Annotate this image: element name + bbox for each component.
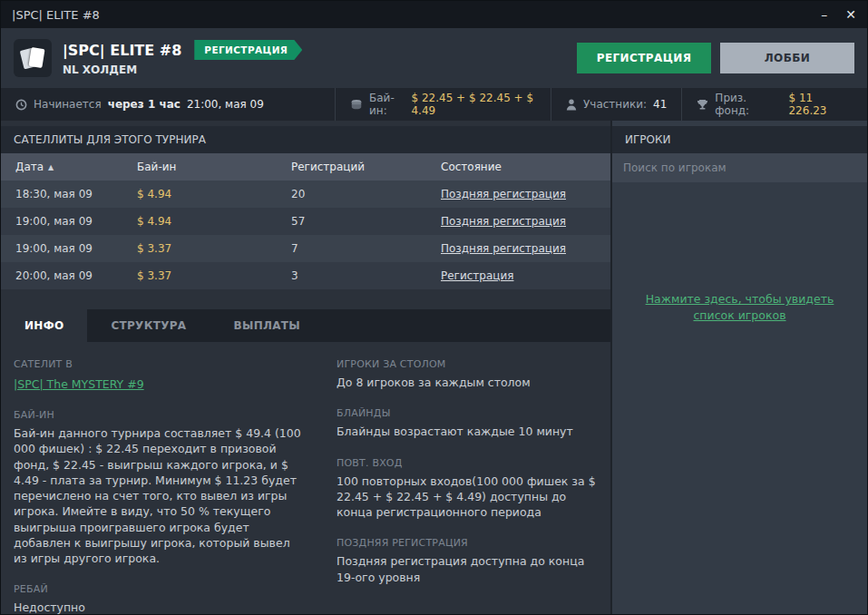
tournament-info-bar: Начинается через 1 час 21:00, мая 09 Бай… [1,88,867,121]
cell-registrations: 3 [291,269,441,282]
rebuy-text: Недоступно [14,600,306,615]
sort-asc-icon: ▲ [48,163,54,171]
state-link[interactable]: Поздняя регистрация [441,215,566,228]
window-title: |SPC| ELITE #8 [12,8,100,22]
state-link[interactable]: Регистрация [441,269,513,282]
start-datetime: 21:00, мая 09 [187,98,264,111]
late-registration-text: Поздняя регистрация доступна до конца 19… [336,553,598,585]
trophy-icon [697,99,708,111]
table-row[interactable]: 20:00, мая 09 $ 3.37 3 Регистрация [1,262,610,289]
table-row[interactable]: 19:00, мая 09 $ 3.37 7 Поздняя регистрац… [1,235,610,262]
rebuy-label: РЕБАЙ [14,583,306,595]
tab-info[interactable]: ИНФО [1,309,87,342]
buyin-segment: Бай-ин: $ 22.45 + $ 22.45 + $ 4.49 [335,88,551,121]
players-title: ИГРОКИ [625,133,670,146]
table-row[interactable]: 19:00, мая 09 $ 4.94 57 Поздняя регистра… [1,208,610,235]
minimize-button[interactable]: – [821,8,827,21]
prize-pool-label: Приз. фонд: [715,92,782,117]
reentry-text: 100 повторных входов(100 000 фишек за $ … [336,473,598,521]
cell-registrations: 20 [291,188,441,200]
header-text: |SPC| ELITE #8 РЕГИСТРАЦИЯ NL ХОЛДЕМ [63,40,302,76]
cell-registrations: 7 [291,242,441,255]
participants-label: Участники: [583,98,647,111]
satellite-target-link[interactable]: |SPC| The MYSTERY #9 [14,377,144,391]
satellites-table-header: Дата ▲ Бай-ин Регистраций Состояние [1,153,610,181]
players-list-area: Нажмите здесь, чтобы увидеть список игро… [612,182,867,615]
buyin-info-label: БАЙ-ИН [14,409,306,421]
start-time-segment: Начинается через 1 час 21:00, мая 09 [1,88,335,121]
registration-status-badge: РЕГИСТРАЦИЯ [194,40,302,60]
table-row[interactable]: 18:30, мая 09 $ 4.94 20 Поздняя регистра… [1,181,610,208]
cell-buyin: $ 3.37 [137,242,291,255]
tab-structure[interactable]: СТРУКТУРА [87,309,210,342]
card-front-shape [28,47,44,68]
info-tab-content: САТЕЛИТ В |SPC| The MYSTERY #9 БАЙ-ИН Ба… [1,342,610,615]
late-registration-label: ПОЗДНЯЯ РЕГИСТРАЦИЯ [336,537,598,549]
column-header-buyin[interactable]: Бай-ин [137,161,291,173]
register-button[interactable]: РЕГИСТРАЦИЯ [577,43,711,73]
cell-date: 19:00, мая 09 [1,242,137,255]
satellite-to-label: САТЕЛИТ В [14,358,306,370]
close-button[interactable]: ✕ [845,8,856,21]
cell-buyin: $ 3.37 [137,269,291,282]
window-controls: – ✕ [821,8,856,21]
cell-registrations: 57 [291,215,441,228]
lobby-button[interactable]: ЛОББИ [720,43,854,73]
player-search-box [612,153,867,182]
players-section-header: ИГРОКИ [612,126,867,153]
buyin-info-text: Бай-ин данного турнира составляет $ 49.4… [14,425,306,566]
chips-icon [350,99,363,111]
cards-icon [14,39,52,77]
state-link[interactable]: Поздняя регистрация [441,242,566,255]
clock-icon [15,99,27,111]
main-panel: САТЕЛЛИТЫ ДЛЯ ЭТОГО ТУРНИРА Дата ▲ Бай-и… [1,121,610,615]
content-area: САТЕЛЛИТЫ ДЛЯ ЭТОГО ТУРНИРА Дата ▲ Бай-и… [1,121,867,615]
game-type-label: NL ХОЛДЕМ [63,63,302,76]
satellites-section-header: САТЕЛЛИТЫ ДЛЯ ЭТОГО ТУРНИРА [1,126,610,153]
blinds-label: БЛАЙНДЫ [336,407,598,419]
starts-in-value: через 1 час [108,98,180,111]
buyin-label: Бай-ин: [369,92,405,117]
tournament-title: |SPC| ELITE #8 [63,42,181,59]
column-header-date[interactable]: Дата ▲ [1,161,137,173]
info-right-column: ИГРОКИ ЗА СТОЛОМ До 8 игроков за каждым … [336,358,598,615]
prize-pool-value: $ 11 226.23 [788,92,853,117]
column-header-state[interactable]: Состояние [441,161,610,173]
satellites-title: САТЕЛЛИТЫ ДЛЯ ЭТОГО ТУРНИРА [14,133,206,146]
cell-buyin: $ 4.94 [137,215,291,228]
reentry-label: ПОВТ. ВХОД [336,457,598,469]
buyin-value: $ 22.45 + $ 22.45 + $ 4.49 [411,92,536,117]
header-buttons: РЕГИСТРАЦИЯ ЛОББИ [577,43,854,73]
tournament-header: |SPC| ELITE #8 РЕГИСТРАЦИЯ NL ХОЛДЕМ РЕГ… [1,28,867,88]
cell-date: 20:00, мая 09 [1,269,137,282]
tab-payouts[interactable]: ВЫПЛАТЫ [210,309,324,342]
cell-date: 18:30, мая 09 [1,188,137,200]
players-per-table-text: До 8 игроков за каждым столом [336,375,598,390]
state-link[interactable]: Поздняя регистрация [441,188,566,200]
participants-segment: Участники: 41 [551,88,681,121]
cell-buyin: $ 4.94 [137,188,291,200]
participants-value: 41 [653,98,667,111]
person-icon [566,99,577,111]
info-left-column: САТЕЛИТ В |SPC| The MYSTERY #9 БАЙ-ИН Ба… [14,358,306,615]
tabs-bar: ИНФО СТРУКТУРА ВЫПЛАТЫ [1,309,610,342]
cell-date: 19:00, мая 09 [1,215,137,228]
show-players-list-link[interactable]: Нажмите здесь, чтобы увидеть список игро… [635,291,845,324]
title-bar: |SPC| ELITE #8 – ✕ [1,1,867,28]
players-panel: ИГРОКИ Нажмите здесь, чтобы увидеть спис… [610,121,867,615]
blinds-text: Блайнды возрастают каждые 10 минут [336,424,598,439]
player-search-input[interactable] [623,161,856,174]
column-header-registrations[interactable]: Регистраций [291,161,441,173]
prize-pool-segment: Приз. фонд: $ 11 226.23 [681,88,867,121]
starts-label: Начинается [34,98,102,111]
column-date-label: Дата [15,161,44,173]
players-per-table-label: ИГРОКИ ЗА СТОЛОМ [336,358,598,370]
